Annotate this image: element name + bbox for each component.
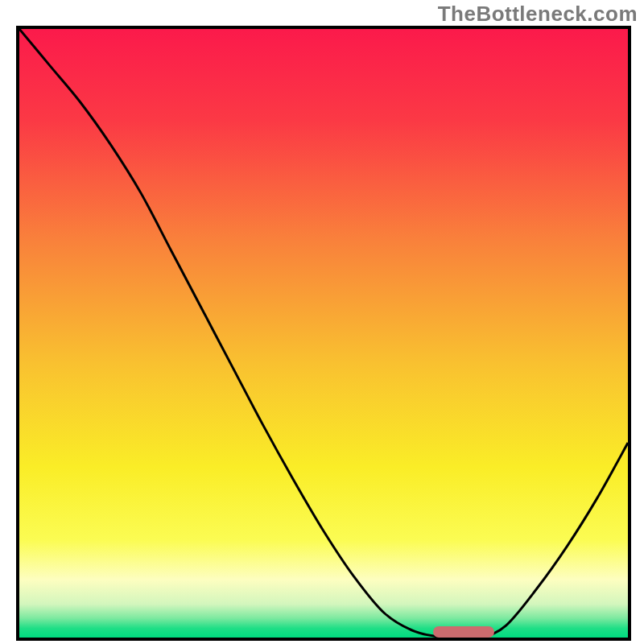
plot-border <box>16 26 631 641</box>
plot-area <box>19 29 628 638</box>
bottleneck-curve <box>19 29 628 638</box>
chart-frame: TheBottleneck.com <box>0 0 644 644</box>
sweet-spot-marker <box>433 626 494 638</box>
watermark-text: TheBottleneck.com <box>438 2 638 27</box>
